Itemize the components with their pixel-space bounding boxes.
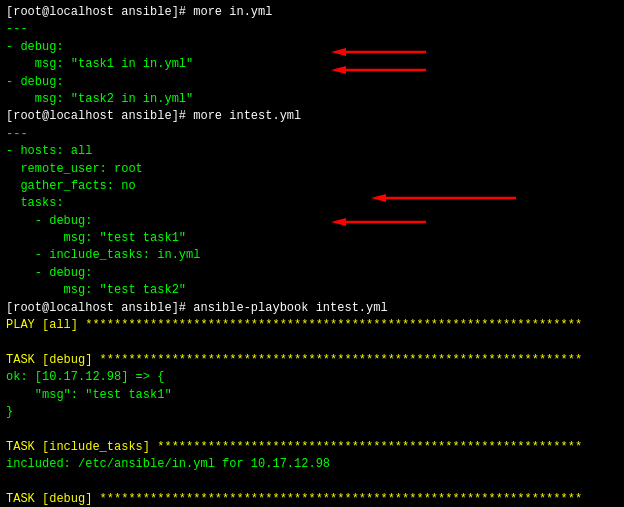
- line-22: ok: [10.17.12.98] => {: [6, 369, 618, 386]
- line-12: tasks:: [6, 195, 618, 212]
- line-15: - include_tasks: in.yml: [6, 247, 618, 264]
- line-7: [root@localhost ansible]# more intest.ym…: [6, 108, 618, 125]
- line-24: }: [6, 404, 618, 421]
- line-3: - debug:: [6, 39, 618, 56]
- line-1: [root@localhost ansible]# more in.yml: [6, 4, 618, 21]
- line-20: [6, 334, 618, 351]
- line-29: TASK [debug] ***************************…: [6, 491, 618, 507]
- line-27: included: /etc/ansible/in.yml for 10.17.…: [6, 456, 618, 473]
- line-19: PLAY [all] *****************************…: [6, 317, 618, 334]
- line-26: TASK [include_tasks] *******************…: [6, 439, 618, 456]
- line-16: - debug:: [6, 265, 618, 282]
- line-5: - debug:: [6, 74, 618, 91]
- line-28: [6, 474, 618, 491]
- line-10: remote_user: root: [6, 161, 618, 178]
- line-8: ---: [6, 126, 618, 143]
- line-11: gather_facts: no: [6, 178, 618, 195]
- line-4: msg: "task1 in in.yml": [6, 56, 618, 73]
- line-25: [6, 421, 618, 438]
- line-18: [root@localhost ansible]# ansible-playbo…: [6, 300, 618, 317]
- line-13: - debug:: [6, 213, 618, 230]
- line-2: ---: [6, 21, 618, 38]
- line-14: msg: "test task1": [6, 230, 618, 247]
- line-6: msg: "task2 in in.yml": [6, 91, 618, 108]
- line-21: TASK [debug] ***************************…: [6, 352, 618, 369]
- line-23: "msg": "test task1": [6, 387, 618, 404]
- terminal-container: [root@localhost ansible]# more in.yml --…: [6, 4, 618, 507]
- terminal: [root@localhost ansible]# more in.yml --…: [6, 4, 618, 507]
- line-9: - hosts: all: [6, 143, 618, 160]
- line-17: msg: "test task2": [6, 282, 618, 299]
